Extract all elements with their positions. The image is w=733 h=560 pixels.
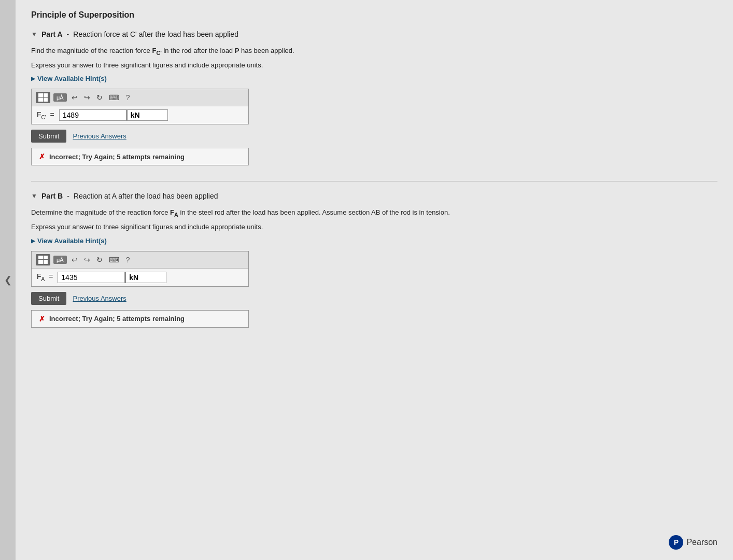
- pearson-logo: P Pearson: [669, 535, 717, 550]
- matrix-icon-button[interactable]: [36, 92, 50, 103]
- part-b-hint-link[interactable]: ▶ View Available Hint(s): [31, 237, 107, 245]
- undo-icon-button[interactable]: ↩: [70, 92, 79, 103]
- part-b-answer-row: FA = kN: [32, 269, 248, 286]
- matrix-grid-icon: [38, 93, 48, 102]
- part-a-prev-answers-link[interactable]: Previous Answers: [73, 132, 126, 140]
- part-b-submit-row: Submit Previous Answers: [31, 292, 717, 305]
- part-b-matrix-icon-button[interactable]: [36, 254, 50, 265]
- part-a-separator: -: [67, 30, 69, 38]
- part-b-input-box: μÅ ↩ ↪ ↻ ⌨ ? FA = kN: [31, 251, 249, 287]
- section-divider: [31, 181, 717, 181]
- part-a-header: ▼ Part A - Reaction force at C' after th…: [31, 30, 717, 38]
- part-a-submit-row: Submit Previous Answers: [31, 130, 717, 143]
- part-a-answer-row: FC' = kN: [32, 106, 248, 124]
- part-a-error-box: ✗ Incorrect; Try Again; 5 attempts remai…: [31, 148, 249, 165]
- redo-icon-button[interactable]: ↪: [82, 92, 92, 103]
- part-b-question-mark-label: ?: [126, 256, 130, 264]
- error-x-icon: ✗: [39, 152, 45, 161]
- part-b-section: ▼ Part B - Reaction at A after the load …: [31, 192, 717, 327]
- part-b-matrix-grid-icon: [38, 256, 48, 264]
- keyboard-icon-button[interactable]: ⌨: [107, 92, 121, 103]
- part-b-undo-icon-button[interactable]: ↩: [70, 255, 79, 265]
- part-b-error-text: Incorrect; Try Again; 5 attempts remaini…: [49, 315, 185, 323]
- part-a-collapse-icon[interactable]: ▼: [31, 31, 37, 38]
- part-a-answer-label: FC' =: [37, 110, 57, 120]
- hint-arrow-icon: ▶: [31, 76, 35, 81]
- hint-b-arrow-icon: ▶: [31, 238, 35, 244]
- part-b-refresh-icon-button[interactable]: ↻: [95, 255, 104, 265]
- part-b-answer-label: FA =: [37, 272, 55, 282]
- part-b-redo-icon-button[interactable]: ↪: [82, 255, 92, 265]
- question-mark-label: ?: [126, 93, 130, 102]
- part-a-input-box: μÅ ↩ ↪ ↻ ⌨ ? FC' = kN: [31, 89, 249, 124]
- part-b-header: ▼ Part B - Reaction at A after the load …: [31, 192, 717, 200]
- part-a-instructions: Express your answer to three significant…: [31, 60, 717, 71]
- part-b-error-box: ✗ Incorrect; Try Again; 5 attempts remai…: [31, 310, 249, 328]
- part-b-answer-input[interactable]: [58, 272, 125, 283]
- refresh-icon-button[interactable]: ↻: [95, 92, 104, 103]
- part-a-submit-button[interactable]: Submit: [31, 130, 66, 143]
- part-a-label: Part A: [41, 30, 63, 38]
- pearson-text: Pearson: [686, 538, 717, 547]
- part-b-prev-answers-link[interactable]: Previous Answers: [73, 295, 126, 302]
- part-a-unit-display: kN: [126, 109, 168, 121]
- part-a-description: Reaction force at C' after the load has …: [73, 30, 238, 38]
- pearson-circle-icon: P: [669, 535, 683, 550]
- part-a-answer-input[interactable]: [59, 109, 126, 121]
- part-a-problem-text: Find the magnitude of the reaction force…: [31, 46, 717, 57]
- part-b-instructions: Express your answer to three significant…: [31, 222, 717, 232]
- part-b-label: Part B: [41, 192, 63, 200]
- part-a-toolbar: μÅ ↩ ↪ ↻ ⌨ ?: [32, 89, 248, 106]
- part-b-unit-display: kN: [125, 272, 166, 283]
- part-b-error-x-icon: ✗: [39, 315, 45, 323]
- part-a-hint-link[interactable]: ▶ View Available Hint(s): [31, 75, 107, 82]
- part-b-mu-button[interactable]: μÅ: [53, 256, 67, 264]
- mu-button[interactable]: μÅ: [53, 93, 67, 102]
- part-b-submit-button[interactable]: Submit: [31, 292, 66, 305]
- part-b-collapse-icon[interactable]: ▼: [31, 192, 37, 200]
- part-a-error-text: Incorrect; Try Again; 5 attempts remaini…: [49, 153, 185, 161]
- part-b-separator: -: [67, 192, 69, 200]
- part-b-problem-text: Determine the magnitude of the reaction …: [31, 207, 717, 219]
- part-b-keyboard-icon-button[interactable]: ⌨: [107, 255, 121, 265]
- left-nav-arrow[interactable]: ❮: [0, 0, 16, 560]
- page-title: Principle of Superposition: [31, 10, 717, 20]
- part-b-description: Reaction at A after the load has been ap…: [74, 192, 218, 200]
- part-b-toolbar: μÅ ↩ ↪ ↻ ⌨ ?: [32, 251, 248, 269]
- part-a-section: ▼ Part A - Reaction force at C' after th…: [31, 30, 717, 165]
